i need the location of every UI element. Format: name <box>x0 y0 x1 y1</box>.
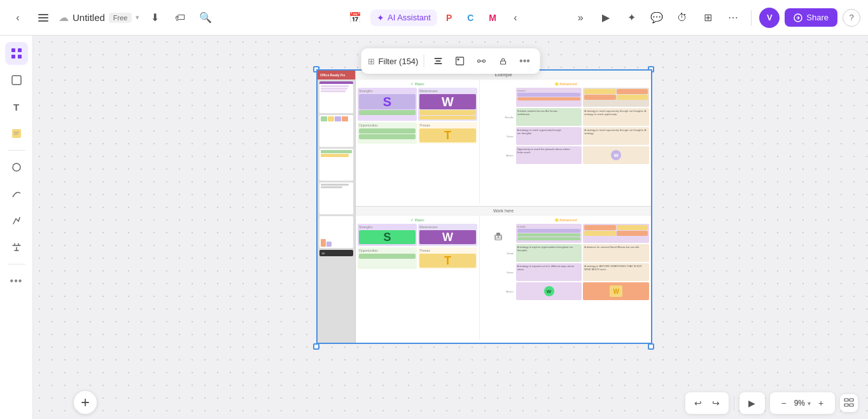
svg-rect-2 <box>38 20 48 22</box>
reaction-btn[interactable]: ✦ <box>621 8 641 28</box>
sidebar-shapes[interactable] <box>5 69 28 92</box>
ws-opportunities: Opportunities <box>358 247 417 269</box>
topbar-sep <box>751 10 752 25</box>
svg-rect-38 <box>850 404 853 406</box>
tag-button[interactable]: 🏷 <box>170 8 190 28</box>
svg-rect-37 <box>844 404 848 406</box>
svg-rect-19 <box>435 60 440 62</box>
svg-point-24 <box>482 60 485 62</box>
align-btn[interactable] <box>429 52 447 70</box>
pointer-btn[interactable]: ▶ <box>745 395 760 411</box>
svg-rect-0 <box>38 14 48 15</box>
zoom-in-btn[interactable]: + <box>813 395 829 411</box>
share-button[interactable]: Share <box>785 8 837 27</box>
svg-rect-4 <box>11 48 15 52</box>
sidebar-tools[interactable] <box>5 236 28 259</box>
wadv-col1: Subtitle A strategy to explore opportuni… <box>516 224 582 336</box>
sidebar-sticky[interactable] <box>5 122 28 145</box>
top-bar-center: 📅 ✦ AI Assistant P C M ‹ <box>342 8 526 28</box>
undo-btn[interactable]: ↩ <box>690 395 706 411</box>
dashboard-btn[interactable]: ⊞ <box>697 8 718 28</box>
sidebar-text[interactable]: T <box>5 95 28 118</box>
top-bar: ‹ ☁ Untitled Free ▾ ⬇ 🏷 🔍 📅 ✦ AI Assista… <box>0 0 868 36</box>
help-button[interactable]: ? <box>843 9 860 27</box>
download-button[interactable]: ⬇ <box>144 8 165 28</box>
opportunities-cell: Opportunities <box>358 122 417 144</box>
svg-rect-28 <box>496 233 500 235</box>
undo-redo-group: ↩ ↪ <box>685 392 729 414</box>
zoom-out-btn[interactable]: − <box>776 395 792 411</box>
svg-rect-26 <box>500 61 505 64</box>
svg-rect-6 <box>11 55 15 58</box>
zoom-value[interactable]: 9% <box>794 399 805 408</box>
adv-col2: A strategy to reach opportunity through … <box>583 88 649 199</box>
thumb-4[interactable] <box>319 182 353 214</box>
example-section: Example ✓ Basic Strengths <box>356 71 651 207</box>
thumb-header: Office Ready Fix <box>318 71 355 79</box>
avatar-btn[interactable]: V <box>759 8 780 28</box>
svg-rect-7 <box>18 55 22 58</box>
svg-rect-20 <box>434 63 442 64</box>
bottom-bar: ↩ ↪ ▶ − 9% ▾ + <box>675 387 868 419</box>
sidebar-frames[interactable] <box>5 42 28 65</box>
back-button[interactable]: ‹ <box>8 8 28 28</box>
comment-btn[interactable]: 💬 <box>647 8 667 28</box>
adv-col1: Limited Solution reached across like for… <box>516 88 582 199</box>
app-btn-4[interactable]: M <box>482 10 503 26</box>
filter-label: Filter (154) <box>379 57 419 66</box>
thumb-1[interactable] <box>319 81 353 113</box>
svg-rect-1 <box>38 17 48 18</box>
ai-assistant-btn[interactable]: ✦ AI Assistant <box>370 10 437 26</box>
example-content: ✓ Basic Strengths S <box>356 79 651 203</box>
frame-btn[interactable] <box>451 52 468 70</box>
sidebar-lines[interactable] <box>5 182 28 205</box>
timer-btn[interactable]: ⏱ <box>672 8 692 28</box>
add-frame-btn[interactable] <box>74 391 97 414</box>
thumb-5[interactable] <box>319 216 353 248</box>
sidebar-objects[interactable] <box>5 156 28 179</box>
handle-br[interactable] <box>648 343 654 350</box>
thumb-3[interactable] <box>319 149 353 181</box>
bottom-sep <box>734 395 734 411</box>
zoom-dropdown[interactable]: ▾ <box>808 400 811 407</box>
main-canvas[interactable]: ⊞ Filter (154) ••• <box>33 36 868 419</box>
advanced-col: ⭐ Advanced Results Score Action <box>480 79 651 203</box>
redo-btn[interactable]: ↪ <box>708 395 724 411</box>
work-basic-swot: Strengths S Weaknesses W Opportunities <box>358 224 477 269</box>
svg-point-23 <box>477 60 480 62</box>
calendar-icon: 📅 <box>349 11 361 24</box>
title-area[interactable]: ☁ Untitled Free ▾ <box>59 11 139 24</box>
thumb-2[interactable] <box>319 115 353 147</box>
top-bar-right: » ▶ ✦ 💬 ⏱ ⊞ ⋯ V Share ? <box>570 8 860 28</box>
app-btn-3[interactable]: C <box>461 10 480 26</box>
fit-view-btn[interactable] <box>840 394 858 412</box>
lock-btn[interactable] <box>494 52 512 70</box>
topbar-more-btn[interactable]: ⋯ <box>723 8 743 28</box>
grid-icon: ⊞ <box>368 57 375 66</box>
document-title: Untitled <box>73 12 105 23</box>
apps-more-btn[interactable]: ‹ <box>505 8 526 28</box>
svg-rect-8 <box>12 76 21 85</box>
menu-button[interactable] <box>33 8 53 28</box>
svg-point-12 <box>13 163 20 171</box>
weaknesses-cell: Weaknesses W <box>418 88 477 121</box>
advanced-label: ⭐ Advanced <box>482 81 649 86</box>
sidebar-more[interactable]: ••• <box>5 270 28 292</box>
thumbnail-panel: Office Ready Fix <box>318 71 356 343</box>
slide-label: 1/6 <box>321 252 325 255</box>
threats-cell: Threats T <box>418 122 477 144</box>
toolbar-more-btn[interactable]: ••• <box>515 52 533 70</box>
calendar-app-btn[interactable]: 📅 <box>342 8 368 27</box>
app4-icon: M <box>489 13 496 23</box>
ws-threats: Threats T <box>418 247 477 269</box>
expand-btn[interactable]: » <box>570 8 591 28</box>
ws-weaknesses: Weaknesses W <box>418 224 477 246</box>
free-badge: Free <box>109 13 132 23</box>
present-btn[interactable]: ▶ <box>596 8 616 28</box>
app-btn-2[interactable]: P <box>440 10 458 26</box>
search-button[interactable]: 🔍 <box>195 8 216 28</box>
connect-btn[interactable] <box>472 52 490 70</box>
handle-bl[interactable] <box>313 343 319 350</box>
sidebar-draw[interactable] <box>5 209 28 232</box>
title-chevron[interactable]: ▾ <box>136 13 139 22</box>
